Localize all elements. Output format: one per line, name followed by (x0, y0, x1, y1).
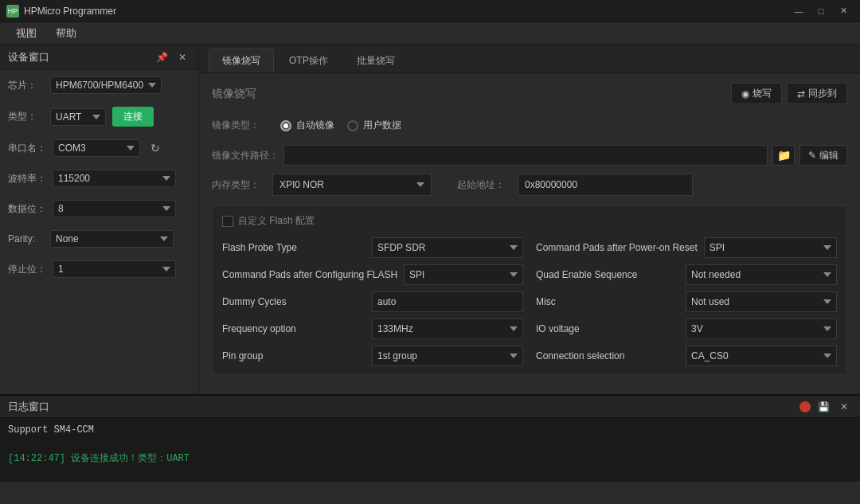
config-row-io-voltage: IO voltage 3V (536, 318, 837, 339)
connection-select[interactable]: CA_CS0 (686, 346, 837, 366)
quad-enable-label: Quad Enable Sequence (536, 269, 679, 280)
chip-select[interactable]: HPM6700/HPM6400 (50, 76, 162, 94)
menu-item-help[interactable]: 帮助 (46, 23, 86, 44)
port-select[interactable]: COM3 (53, 139, 140, 157)
probe-type-select[interactable]: SFDP SDR (372, 237, 523, 258)
write-button[interactable]: ◉ 烧写 (731, 83, 782, 104)
file-path-row: 镜像文件路径： 📁 ✎ 编辑 (212, 145, 847, 166)
tab-batch[interactable]: 批量烧写 (343, 49, 408, 72)
config-row-power-on-pads: Command Pads after Power-on Reset SPI (536, 237, 837, 258)
write-icon: ◉ (741, 88, 749, 100)
title-bar: HP HPMicro Programmer — □ ✕ (0, 0, 860, 22)
pin-group-select[interactable]: 1st group (372, 346, 523, 366)
panel-header-icons: 📌 ✕ (154, 49, 190, 65)
device-panel-header: 设备窗口 📌 ✕ (0, 45, 198, 70)
power-on-pads-label: Command Pads after Power-on Reset (536, 242, 698, 253)
dummy-cycles-input[interactable] (372, 291, 523, 312)
memory-type-label: 内存类型： (212, 178, 260, 192)
config-pads-select[interactable]: SPI (404, 264, 523, 285)
config-row-frequency: Frequency option 133MHz (222, 318, 523, 339)
log-panel-header: 日志窗口 💾 ✕ (0, 396, 860, 418)
config-row-connection: Connection selection CA_CS0 (536, 346, 837, 366)
io-voltage-select[interactable]: 3V (686, 318, 837, 339)
log-close-button[interactable]: ✕ (836, 399, 852, 415)
dummy-cycles-label: Dummy Cycles (222, 296, 366, 307)
config-row-config-pads: Command Pads after Configuring FLASH SPI (222, 264, 523, 285)
data-bits-label: 数据位： (8, 202, 46, 216)
config-row-dummy-cycles: Dummy Cycles (222, 291, 523, 312)
window-controls: — □ ✕ (788, 3, 854, 19)
file-path-input[interactable] (283, 145, 768, 166)
right-panel: 镜像烧写 OTP操作 批量烧写 镜像烧写 ◉ 烧写 ⇄ 同步到 (199, 45, 860, 394)
flash-config-checkbox[interactable] (222, 216, 233, 227)
log-save-button[interactable]: 💾 (815, 399, 831, 415)
sync-button[interactable]: ⇄ 同步到 (787, 83, 847, 104)
misc-select[interactable]: Not used (686, 291, 837, 312)
type-select[interactable]: UART (50, 108, 106, 126)
baud-row: 波特率： 115200 (0, 163, 198, 193)
log-content: Support SM4-CCM [14:22:47] 设备连接成功！类型：UAR… (0, 418, 860, 471)
left-panel: 设备窗口 📌 ✕ 芯片： HPM6700/HPM6400 类型： UART 连接… (0, 45, 199, 394)
type-row: 类型： UART 连接 (0, 100, 198, 133)
radio-auto-circle (280, 120, 291, 131)
radio-user-label: 用户数据 (363, 119, 401, 132)
panel-pin-button[interactable]: 📌 (154, 49, 170, 65)
parity-label: Parity: (8, 233, 44, 244)
menu-item-view[interactable]: 视图 (6, 23, 46, 44)
stop-bits-row: 停止位： 1 (0, 254, 198, 284)
app-title: HPMicro Programmer (24, 6, 116, 17)
config-pads-label: Command Pads after Configuring FLASH (222, 269, 397, 280)
type-label: 类型： (8, 110, 44, 123)
data-bits-select[interactable]: 8 (53, 200, 176, 217)
close-button[interactable]: ✕ (833, 3, 854, 19)
addr-label: 起始地址： (457, 178, 505, 192)
browse-folder-button[interactable]: 📁 (772, 145, 795, 166)
chip-row: 芯片： HPM6700/HPM6400 (0, 70, 198, 100)
main-layout: 设备窗口 📌 ✕ 芯片： HPM6700/HPM6400 类型： UART 连接… (0, 45, 860, 394)
content-section-title: 镜像烧写 (212, 87, 256, 101)
log-line-2 (8, 437, 852, 451)
refresh-icon[interactable]: ↻ (147, 139, 164, 157)
memory-type-select[interactable]: XPI0 NOR (272, 174, 432, 196)
addr-input[interactable] (518, 174, 693, 196)
radio-user-data[interactable]: 用户数据 (347, 119, 401, 132)
probe-type-label: Flash Probe Type (222, 242, 366, 253)
log-stop-button[interactable] (799, 401, 811, 412)
tab-otp[interactable]: OTP操作 (276, 49, 342, 72)
radio-auto-label: 自动镜像 (296, 119, 334, 132)
tab-image-write[interactable]: 镜像烧写 (209, 49, 274, 72)
content-area: 镜像烧写 ◉ 烧写 ⇄ 同步到 镜像类型： 自动镜像 (199, 73, 860, 394)
parity-select[interactable]: None (50, 230, 174, 248)
flash-config-section: 自定义 Flash 配置 Flash Probe Type SFDP SDR C… (212, 205, 847, 375)
minimize-button[interactable]: — (788, 3, 809, 19)
radio-auto-image[interactable]: 自动镜像 (280, 119, 334, 132)
connect-button[interactable]: 连接 (112, 107, 154, 127)
panel-close-button[interactable]: ✕ (174, 49, 190, 65)
title-bar-left: HP HPMicro Programmer (6, 5, 116, 18)
log-controls: 💾 ✕ (799, 399, 852, 415)
log-line-3: [14:22:47] 设备连接成功！类型：UART (8, 451, 852, 466)
parity-row: Parity: None (0, 224, 198, 254)
config-row-probe-type: Flash Probe Type SFDP SDR (222, 237, 523, 258)
maximize-button[interactable]: □ (811, 3, 831, 19)
port-label: 串口名： (8, 142, 46, 155)
power-on-pads-select[interactable]: SPI (704, 237, 837, 258)
stop-bits-select[interactable]: 1 (53, 260, 176, 278)
log-line-1: Support SM4-CCM (8, 423, 852, 437)
edit-button[interactable]: ✎ 编辑 (799, 145, 847, 166)
header-buttons: ◉ 烧写 ⇄ 同步到 (731, 83, 847, 104)
sync-icon: ⇄ (797, 88, 805, 100)
tab-bar: 镜像烧写 OTP操作 批量烧写 (199, 45, 860, 73)
misc-label: Misc (536, 296, 679, 307)
edit-icon: ✎ (808, 150, 816, 161)
data-bits-row: 数据位： 8 (0, 193, 198, 224)
frequency-select[interactable]: 133MHz (372, 318, 523, 339)
baud-select[interactable]: 115200 (53, 170, 176, 187)
radio-user-circle (347, 120, 358, 131)
port-row: 串口名： COM3 ↻ (0, 133, 198, 163)
chip-label: 芯片： (8, 79, 44, 92)
log-panel: 日志窗口 💾 ✕ Support SM4-CCM [14:22:47] 设备连接… (0, 394, 860, 482)
menu-bar: 视图 帮助 (0, 22, 860, 45)
app-icon: HP (6, 5, 19, 18)
quad-enable-select[interactable]: Not needed (686, 264, 837, 285)
